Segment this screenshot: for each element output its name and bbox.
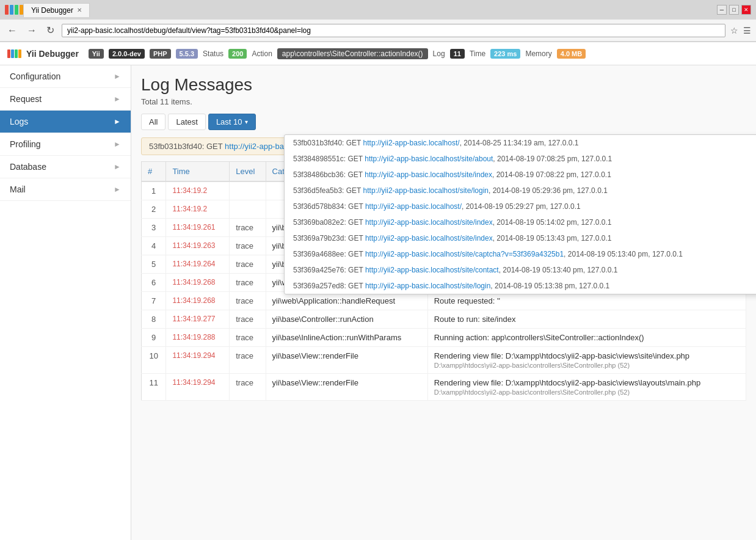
row-level: trace bbox=[230, 329, 266, 347]
bookmark-icon[interactable]: ☆ bbox=[730, 26, 738, 35]
maximize-btn[interactable]: □ bbox=[729, 5, 739, 15]
chevron-right-icon: ► bbox=[114, 162, 121, 171]
dropdown-item[interactable]: 53f369a79b23d: GET http://yii2-app-basic… bbox=[285, 230, 756, 246]
row-time: 11:34:19.263 bbox=[166, 237, 230, 255]
tab-label: Yii Debugger bbox=[31, 6, 73, 15]
memory-value-badge: 4.0 MB bbox=[557, 49, 586, 59]
row-time: 11:34:19.264 bbox=[166, 255, 230, 274]
sidebar-item-configuration[interactable]: Configuration ► bbox=[0, 65, 131, 88]
row-num: 3 bbox=[142, 219, 166, 237]
chevron-right-icon: ► bbox=[114, 140, 121, 148]
row-time: 11:34:19.2 bbox=[166, 181, 230, 200]
dropdown-item[interactable]: 53f384898551c: GET http://yii2-app-basic… bbox=[285, 151, 756, 167]
sidebar-item-logs[interactable]: Logs ► bbox=[0, 111, 131, 133]
sidebar-item-label: Logs bbox=[10, 117, 28, 126]
row-time: 11:34:19.288 bbox=[166, 329, 230, 347]
row-category: yii\web\Application::handleRequest bbox=[266, 292, 427, 310]
row-num: 2 bbox=[142, 200, 166, 219]
nav-bar: ← → ↻ ☆ ☰ bbox=[0, 20, 756, 42]
address-input[interactable] bbox=[62, 24, 725, 37]
row-time: 11:34:19.268 bbox=[166, 274, 230, 292]
row-num: 4 bbox=[142, 237, 166, 255]
row-message: Running action: app\controllers\SiteCont… bbox=[427, 329, 746, 347]
row-time: 11:34:19.2 bbox=[166, 200, 230, 219]
chevron-right-icon: ► bbox=[114, 185, 121, 194]
row-level: trace bbox=[230, 347, 266, 374]
row-message: Rendering view file: D:\xampp\htdocs\yii… bbox=[427, 374, 746, 401]
sidebar-item-database[interactable]: Database ► bbox=[0, 156, 131, 178]
dropdown-item[interactable]: 53f369a257ed8: GET http://yii2-app-basic… bbox=[285, 278, 756, 294]
row-level: trace bbox=[230, 255, 266, 274]
status-label: Status bbox=[203, 49, 224, 58]
table-row: 8 11:34:19.277 trace yii\base\Controller… bbox=[142, 310, 746, 329]
dropdown-item[interactable]: 53f38486bcb36: GET http://yii2-app-basic… bbox=[285, 167, 756, 183]
tab-latest[interactable]: Latest bbox=[168, 114, 205, 130]
row-level: trace bbox=[230, 274, 266, 292]
tab-last10[interactable]: Last 10 ▾ bbox=[208, 114, 256, 130]
reload-btn[interactable]: ↻ bbox=[44, 23, 57, 37]
browser-chrome: Yii Debugger ✕ ─ □ ✕ ← → ↻ ☆ ☰ bbox=[0, 0, 756, 42]
sidebar-item-mail[interactable]: Mail ► bbox=[0, 178, 131, 201]
sidebar-item-request[interactable]: Request ► bbox=[0, 88, 131, 111]
row-level: trace bbox=[230, 292, 266, 310]
sidebar-item-label: Request bbox=[10, 94, 42, 104]
col-header-time: Time bbox=[166, 162, 230, 182]
row-category: yii\base\Controller::runAction bbox=[266, 310, 427, 329]
dropdown-item[interactable]: 53fb031b3fd40: GET http://yii2-app-basic… bbox=[285, 135, 756, 151]
row-num: 8 bbox=[142, 310, 166, 329]
log-subtitle: Total 11 items. bbox=[141, 97, 746, 106]
col-header-num: # bbox=[142, 162, 166, 182]
table-row: 9 11:34:19.288 trace yii\base\InlineActi… bbox=[142, 329, 746, 347]
sidebar-item-label: Database bbox=[10, 162, 46, 172]
app-toolbar: Yii Debugger Yii 2.0.0-dev PHP 5.5.3 Sta… bbox=[0, 42, 756, 65]
php-version-badge: 5.5.3 bbox=[176, 49, 198, 59]
row-category: yii\base\View::renderFile bbox=[266, 347, 427, 374]
tab-close-btn[interactable]: ✕ bbox=[77, 7, 82, 13]
minimize-btn[interactable]: ─ bbox=[717, 5, 727, 15]
content-area: Log Messages Total 11 items. All Latest … bbox=[131, 65, 756, 540]
time-value-badge: 223 ms bbox=[490, 49, 520, 59]
dropdown-item[interactable]: 53f369a4688ee: GET http://yii2-app-basic… bbox=[285, 246, 756, 262]
status-code-badge: 200 bbox=[228, 49, 247, 59]
dropdown-item[interactable]: 53f36d578b834: GET http://yii2-app-basic… bbox=[285, 199, 756, 214]
forward-btn[interactable]: → bbox=[24, 24, 39, 37]
row-time: 11:34:19.294 bbox=[166, 347, 230, 374]
log-label: Log bbox=[433, 49, 445, 58]
memory-label: Memory bbox=[525, 49, 551, 58]
table-row: 7 11:34:19.268 trace yii\web\Application… bbox=[142, 292, 746, 310]
row-message: Route requested: '' bbox=[427, 292, 746, 310]
row-category: yii\base\InlineAction::runWithParams bbox=[266, 329, 427, 347]
title-bar: Yii Debugger ✕ ─ □ ✕ bbox=[0, 0, 756, 20]
row-level: trace bbox=[230, 237, 266, 255]
app-name: Yii Debugger bbox=[26, 49, 79, 59]
dropdown-item[interactable]: 53f36d5fea5b3: GET http://yii2-app-basic… bbox=[285, 183, 756, 199]
row-level bbox=[230, 181, 266, 200]
action-value: app\controllers\SiteController::actionIn… bbox=[277, 48, 428, 59]
back-btn[interactable]: ← bbox=[5, 24, 20, 37]
chevron-right-icon: ► bbox=[114, 95, 121, 103]
dropdown-item[interactable]: 53f369a425e76: GET http://yii2-app-basic… bbox=[285, 262, 756, 278]
page-title: Log Messages bbox=[141, 75, 746, 95]
browser-tab[interactable]: Yii Debugger ✕ bbox=[23, 3, 90, 17]
table-row: 10 11:34:19.294 trace yii\base\View::ren… bbox=[142, 347, 746, 374]
php-badge-label: PHP bbox=[150, 49, 171, 59]
tab-all[interactable]: All bbox=[141, 114, 165, 130]
sidebar-item-profiling[interactable]: Profiling ► bbox=[0, 133, 131, 156]
yii-logo bbox=[5, 5, 23, 15]
row-num: 7 bbox=[142, 292, 166, 310]
table-row: 11 11:34:19.294 trace yii\base\View::ren… bbox=[142, 374, 746, 401]
app-logo bbox=[7, 49, 21, 58]
close-btn[interactable]: ✕ bbox=[741, 5, 751, 15]
action-label: Action bbox=[252, 49, 272, 58]
menu-icon[interactable]: ☰ bbox=[743, 26, 751, 35]
row-category: yii\base\View::renderFile bbox=[266, 374, 427, 401]
dropdown-caret-icon: ▾ bbox=[245, 119, 248, 125]
row-time: 11:34:19.261 bbox=[166, 219, 230, 237]
row-message-sub: D:\xampp\htdocs\yii2-app-basic\controlle… bbox=[434, 389, 740, 396]
tag-id: 53fb031b3fd40: GET bbox=[149, 142, 225, 151]
main-layout: Configuration ► Request ► Logs ► Profili… bbox=[0, 65, 756, 540]
filter-tabs: All Latest Last 10 ▾ 53fb031b3fd40: GET … bbox=[141, 114, 746, 130]
sidebar-item-label: Configuration bbox=[10, 71, 60, 81]
row-time: 11:34:19.294 bbox=[166, 374, 230, 401]
dropdown-item[interactable]: 53f369ba082e2: GET http://yii2-app-basic… bbox=[285, 214, 756, 230]
